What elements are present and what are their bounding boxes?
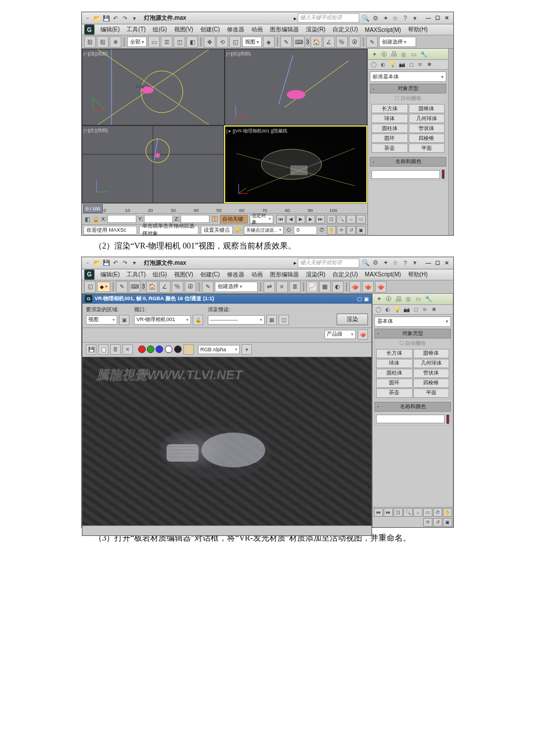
new-file-icon[interactable]: ▫ — [84, 259, 92, 267]
object-color-swatch-2[interactable] — [446, 415, 449, 424]
modify-tab-icon[interactable]: 🛈 — [384, 294, 393, 303]
viewport-camera[interactable]: [ ▸ ][VR-物理相机001 ][隐藏线 — [224, 125, 367, 203]
scale-icon[interactable]: ◱ — [84, 281, 96, 293]
help-icon[interactable]: ? — [401, 259, 409, 267]
render-product-dd[interactable]: 产品级 — [324, 330, 356, 339]
prev-frame-icon[interactable]: ◀ — [286, 215, 295, 224]
angle-snap-icon[interactable]: ∠ — [159, 281, 171, 293]
menu-edit[interactable]: 编辑(E) — [97, 26, 123, 34]
key-target[interactable]: 选定对象 — [250, 215, 273, 224]
align-icon[interactable]: ≡ — [276, 281, 288, 293]
hierarchy-tab-icon[interactable]: 品 — [394, 294, 403, 303]
menu-render[interactable]: 渲染(R) — [302, 271, 329, 279]
shapes-icon[interactable]: ◐ — [384, 305, 392, 314]
utilities-tab-icon[interactable]: 🔧 — [424, 294, 432, 303]
btn-geosphere[interactable]: 几何球体 — [413, 359, 450, 368]
manipulate-icon[interactable]: ✎ — [280, 36, 292, 48]
motion-tab-icon[interactable]: ◎ — [399, 50, 408, 59]
binoculars-icon[interactable]: 🔍 — [362, 259, 370, 267]
render-area-dd[interactable]: 视图 — [86, 315, 117, 325]
rollout-name-color-2[interactable]: 名称和颜色 — [374, 402, 451, 412]
scale-icon[interactable]: ◱ — [229, 36, 241, 48]
menu-animation[interactable]: 动画 — [248, 271, 266, 279]
close-button[interactable]: ✕ — [442, 259, 452, 267]
min-max-icon[interactable]: ◳ — [394, 508, 403, 517]
menu-maxscript[interactable]: MAXScript(M) — [362, 271, 405, 278]
render-setup-icon[interactable]: 🫖 — [349, 281, 361, 293]
mono-channel[interactable] — [174, 345, 182, 353]
rollout-object-type[interactable]: 对象类型 — [370, 84, 446, 93]
new-file-icon[interactable]: ▫ — [84, 14, 92, 22]
manipulate-icon[interactable]: ✎ — [116, 281, 128, 293]
geometry-icon[interactable]: ◯ — [370, 60, 378, 69]
redo-icon[interactable]: ↷ — [121, 259, 129, 267]
coord-z-input[interactable] — [181, 215, 210, 223]
link-icon[interactable]: ⛓ — [84, 36, 96, 48]
menu-customize[interactable]: 自定义(U) — [329, 271, 362, 279]
btn-tube[interactable]: 管状体 — [413, 369, 450, 378]
menu-tools[interactable]: 工具(T) — [123, 271, 149, 279]
btn-sphere[interactable]: 球体 — [376, 359, 413, 368]
select-object-icon[interactable]: ▭ — [148, 36, 160, 48]
angle-snap-icon[interactable]: ∠ — [323, 36, 335, 48]
menu-modifiers[interactable]: 修改器 — [223, 26, 248, 34]
roll-icon[interactable]: ↺ — [433, 518, 442, 527]
rollout-object-type-2[interactable]: 对象类型 — [374, 329, 451, 339]
minimize-button[interactable]: — — [424, 259, 433, 267]
rollout-name-color[interactable]: 名称和颜色 — [370, 157, 446, 167]
redo-icon[interactable]: ↷ — [121, 14, 129, 22]
coord-x-input[interactable] — [107, 215, 136, 223]
viewport-top[interactable]: [+][顶][线框] — [82, 49, 225, 125]
alpha-channel[interactable] — [165, 345, 172, 353]
render-small-icon[interactable]: 🫖 — [358, 329, 368, 340]
menu-group[interactable]: 组(G) — [149, 271, 170, 279]
btn-box[interactable]: 长方体 — [376, 349, 413, 358]
play-icon[interactable]: ▶ — [296, 215, 305, 224]
bind-space-icon[interactable]: ❄ — [110, 36, 121, 48]
object-color-swatch[interactable] — [442, 170, 445, 179]
create-sel-set-2[interactable]: 创建选择 — [215, 282, 258, 292]
undo-icon[interactable]: ↶ — [111, 259, 120, 267]
time-config-icon[interactable]: ⏱ — [319, 227, 324, 233]
menu-group[interactable]: 组(G) — [149, 26, 170, 34]
render-button[interactable]: 渲染 — [337, 314, 368, 325]
render-min-icon[interactable]: ▢ ▣ — [357, 296, 369, 302]
zoom-icon[interactable]: 🔍 — [403, 508, 413, 517]
btn-sphere[interactable]: 球体 — [371, 114, 408, 123]
create-tab-icon[interactable]: ✦ — [370, 50, 378, 59]
time-config-icon[interactable]: ⏱ — [433, 508, 442, 517]
snap-toggle-icon[interactable]: 🏠 — [146, 281, 158, 293]
copy-render-icon[interactable]: 📋 — [98, 344, 109, 355]
menu-views[interactable]: 视图(V) — [171, 271, 197, 279]
display-tab-icon[interactable]: ▭ — [414, 294, 423, 303]
lock-icon[interactable]: 🔒 — [193, 315, 203, 325]
shapes-icon[interactable]: ◐ — [379, 60, 387, 69]
channel-dd[interactable]: RGB Alpha — [198, 345, 240, 354]
field-view-icon[interactable]: ▭ — [423, 508, 432, 517]
btn-box[interactable]: 长方体 — [371, 104, 408, 113]
btn-cylinder[interactable]: 圆柱体 — [371, 124, 408, 133]
maximize-button[interactable]: ☐ — [433, 259, 442, 267]
clone-render-icon[interactable]: ≣ — [110, 344, 121, 355]
keyboard-icon[interactable]: ⌨ — [129, 281, 140, 293]
menu-animation[interactable]: 动画 — [248, 26, 266, 34]
close-button[interactable]: ✕ — [442, 14, 452, 22]
btn-torus[interactable]: 圆环 — [376, 379, 413, 388]
spacewarps-icon[interactable]: ≋ — [416, 60, 424, 69]
select-region-icon[interactable]: ◫ — [174, 36, 185, 48]
btn-torus[interactable]: 圆环 — [371, 134, 408, 143]
btn-teapot[interactable]: 茶壶 — [371, 143, 408, 153]
favorites-icon[interactable]: ☆ — [391, 14, 399, 22]
snap-toggle-icon[interactable]: 🏠 — [311, 36, 322, 48]
motion-tab-icon[interactable]: ◎ — [404, 294, 413, 303]
autogrid-check-2[interactable]: ☐ 自动栅格 — [376, 340, 449, 347]
systems-icon[interactable]: ✱ — [425, 60, 434, 69]
orbit-icon[interactable]: ⟳ — [423, 518, 432, 527]
qat-dropdown-icon[interactable]: ▾ — [130, 14, 138, 22]
menu-tools[interactable]: 工具(T) — [123, 26, 149, 34]
btn-pyramid[interactable]: 四棱锥 — [409, 134, 445, 143]
frame-current[interactable]: 0 — [294, 226, 317, 235]
goto-end-icon[interactable]: ⏭ — [316, 215, 325, 224]
preset-icon-1[interactable]: ▦ — [266, 315, 277, 325]
pan-icon[interactable]: ✋ — [327, 226, 336, 235]
